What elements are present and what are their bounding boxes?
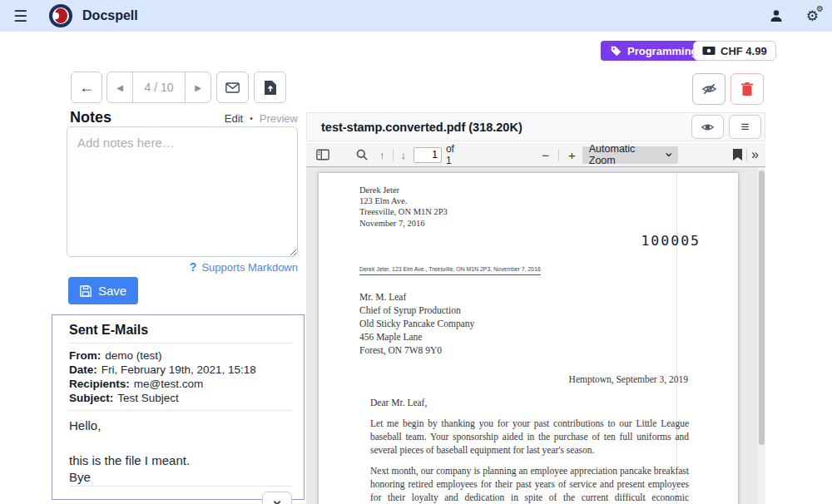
letter-reference-line: Derek Jeter, 123 Elm Ave., Treesville, O… bbox=[359, 266, 541, 275]
scrollbar-thumb[interactable] bbox=[759, 170, 765, 445]
next-item-button[interactable]: ▶ bbox=[185, 72, 210, 102]
pdf-viewport[interactable]: Derek Jeter 123 Elm Ave. Treesville, ON … bbox=[306, 167, 765, 504]
page-number-input[interactable] bbox=[414, 147, 442, 163]
next-triangle-icon: ▶ bbox=[195, 83, 201, 92]
app-title: Docspell bbox=[82, 8, 138, 23]
hamburger-menu-icon[interactable]: ☰ bbox=[13, 8, 27, 24]
topbar: ☰ Docspell ⚙⚙ bbox=[0, 0, 832, 32]
zoom-in-icon[interactable]: + bbox=[563, 148, 581, 162]
attachment-menu-button[interactable]: ≡ bbox=[729, 115, 761, 139]
zoom-level-value: Automatic Zoom bbox=[589, 143, 654, 166]
notes-title: Notes bbox=[70, 109, 111, 126]
mode-separator-dot: • bbox=[250, 114, 253, 123]
notes-mode-switch: Edit • Preview bbox=[225, 112, 298, 125]
floppy-disk-icon bbox=[80, 285, 92, 297]
tag-label: Programming bbox=[627, 45, 698, 57]
tag-badge-programming[interactable]: Programming bbox=[601, 41, 708, 61]
help-question-icon[interactable]: ? bbox=[190, 260, 197, 274]
mail-from-field: From:demo (test) bbox=[69, 348, 292, 363]
trash-icon bbox=[741, 82, 753, 96]
price-label: CHF 4.99 bbox=[721, 45, 767, 57]
sidebar-toggle-icon[interactable] bbox=[316, 149, 329, 161]
letter-salutation: Dear Mr. Leaf, bbox=[370, 398, 427, 408]
letter-dateline: Hemptown, September 3, 2019 bbox=[569, 374, 688, 384]
money-icon bbox=[702, 46, 716, 56]
letter-sender-address: Derek Jeter 123 Elm Ave. Treesville, ON … bbox=[359, 185, 448, 229]
envelope-icon bbox=[225, 82, 240, 93]
page-nav-group: ◀ 4 / 10 ▶ bbox=[106, 72, 211, 103]
settings-gears-icon[interactable]: ⚙⚙ bbox=[806, 7, 819, 25]
docspell-logo bbox=[49, 4, 72, 27]
eye-icon bbox=[701, 122, 715, 132]
letter-recipient-address: Mr. M. Leaf Chief of Syrup Production Ol… bbox=[359, 290, 474, 357]
menu-icon: ≡ bbox=[741, 119, 750, 136]
back-arrow-button[interactable]: ← bbox=[71, 72, 102, 103]
save-button[interactable]: Save bbox=[68, 277, 138, 304]
letter-paragraph: Let me begin by thanking you for your pa… bbox=[370, 418, 689, 457]
logo-shape-cut bbox=[53, 12, 59, 19]
pdf-page: Derek Jeter 123 Elm Ave. Treesville, ON … bbox=[319, 173, 738, 504]
prev-item-button[interactable]: ◀ bbox=[107, 72, 133, 102]
pdf-toolbar: ↑ ↓ of 1 − + Automatic Zoom » bbox=[306, 143, 765, 167]
back-arrow-icon: ← bbox=[79, 79, 94, 96]
close-mail-panel-button[interactable]: ✕ bbox=[262, 492, 292, 504]
notes-header: Notes Edit • Preview bbox=[70, 109, 298, 126]
item-position-indicator: 4 / 10 bbox=[133, 72, 185, 102]
delete-item-button[interactable] bbox=[730, 73, 764, 105]
attachment-header: test-stamp.converted.pdf (318.20K) ≡ bbox=[306, 112, 765, 141]
send-mail-button[interactable] bbox=[216, 72, 249, 103]
notes-input[interactable] bbox=[67, 126, 298, 257]
page-count-label: of 1 bbox=[446, 143, 460, 166]
notes-preview-tab[interactable]: Preview bbox=[260, 112, 298, 125]
add-file-button[interactable] bbox=[254, 72, 286, 103]
prev-triangle-icon: ◀ bbox=[116, 83, 123, 92]
file-upload-icon bbox=[265, 81, 276, 95]
sent-emails-panel: Sent E-Mails From:demo (test) Date:Fri, … bbox=[52, 314, 305, 500]
attachment-file-title: test-stamp.converted.pdf (318.20K) bbox=[321, 121, 522, 134]
bookmark-icon[interactable] bbox=[733, 149, 742, 161]
markdown-hint-row: ?Supports Markdown bbox=[67, 260, 298, 274]
mail-recipients-field: Recipients:me@test.com bbox=[69, 377, 292, 391]
supports-markdown-link[interactable]: Supports Markdown bbox=[201, 261, 298, 274]
mail-body: Hello, this is the file I meant. Bye bbox=[69, 411, 292, 486]
more-tools-icon[interactable]: » bbox=[751, 147, 759, 162]
mail-meta-fields: From:demo (test) Date:Fri, February 19th… bbox=[69, 343, 292, 411]
sent-emails-title: Sent E-Mails bbox=[69, 323, 292, 343]
user-account-icon[interactable] bbox=[770, 9, 783, 22]
document-number-stamp: 100005 bbox=[641, 233, 701, 249]
tag-icon bbox=[611, 46, 622, 57]
zoom-level-select[interactable]: Automatic Zoom bbox=[582, 146, 678, 164]
view-attachment-button[interactable] bbox=[691, 115, 724, 139]
mail-subject-field: Subject:Test Subject bbox=[69, 391, 292, 405]
mail-date-field: Date:Fri, February 19th, 2021, 15:18 bbox=[69, 363, 292, 377]
price-badge[interactable]: CHF 4.99 bbox=[693, 41, 776, 61]
mail-footer: ✕ bbox=[69, 486, 292, 504]
notes-edit-tab[interactable]: Edit bbox=[225, 112, 243, 125]
save-button-label: Save bbox=[98, 284, 126, 298]
docspell-app: ☰ Docspell ⚙⚙ Programming CHF 4.99 ← ◀ 4… bbox=[0, 0, 832, 504]
find-previous-icon[interactable]: ↑ bbox=[376, 149, 389, 161]
eye-slash-icon bbox=[701, 82, 717, 96]
pdf-scrollbar[interactable] bbox=[758, 167, 765, 504]
chevron-down-icon bbox=[666, 152, 672, 157]
search-icon[interactable] bbox=[356, 149, 368, 161]
close-icon: ✕ bbox=[273, 498, 282, 504]
zoom-out-icon[interactable]: − bbox=[537, 148, 554, 162]
find-next-icon[interactable]: ↓ bbox=[397, 149, 409, 161]
letter-paragraph: Next month, our company is planning an e… bbox=[370, 465, 689, 504]
topbar-actions: ⚙⚙ bbox=[770, 7, 819, 25]
letter-body: Let me begin by thanking you for your pa… bbox=[370, 418, 689, 504]
hide-preview-button[interactable] bbox=[692, 73, 726, 105]
